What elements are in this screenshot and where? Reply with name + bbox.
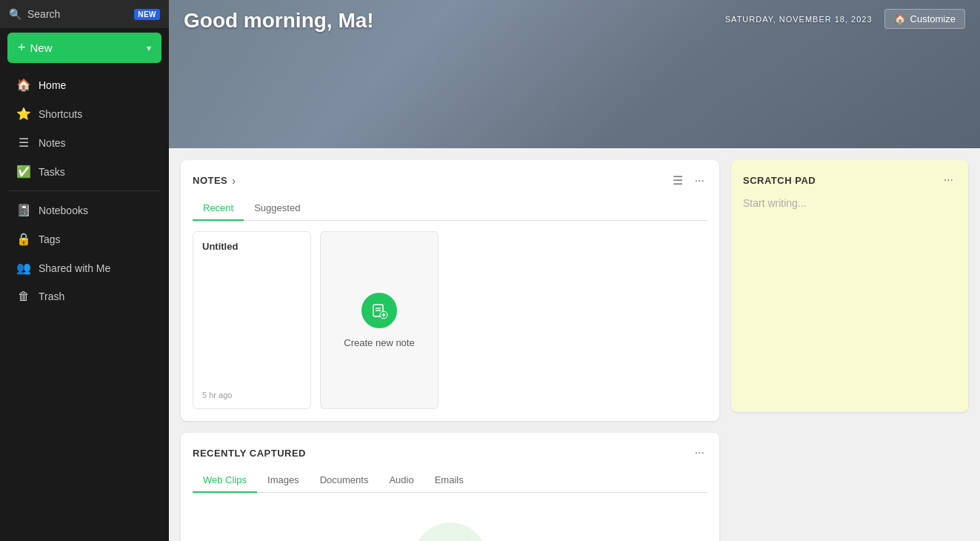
scratch-more-button[interactable]: ··· xyxy=(941,172,956,188)
search-label: Search xyxy=(27,8,128,20)
notes-arrow: › xyxy=(232,175,236,187)
rc-tab-documents[interactable]: Documents xyxy=(310,470,379,493)
customize-label: Customize xyxy=(910,13,956,24)
notes-card-header: NOTES › ☰ ··· xyxy=(193,172,707,189)
notes-icon: ☰ xyxy=(16,136,31,150)
rc-tab-emails[interactable]: Emails xyxy=(424,470,474,493)
search-icon: 🔍 xyxy=(9,8,21,20)
create-note-card[interactable]: Create new note xyxy=(320,231,439,409)
home-icon: 🏠 xyxy=(16,78,31,92)
hero-greeting: Good morning, Ma! xyxy=(184,9,374,33)
sidebar-item-label: Home xyxy=(39,79,66,91)
notes-card: NOTES › ☰ ··· Recent Suggested Untitled xyxy=(181,160,719,421)
chevron-down-icon: ▾ xyxy=(147,43,151,53)
sidebar-item-label: Tasks xyxy=(39,166,65,178)
notes-more-button[interactable]: ··· xyxy=(692,173,707,189)
main-area: Good morning, Ma! SATURDAY, NOVEMBER 18,… xyxy=(169,0,980,541)
sidebar-nav: 🏠 Home ⭐ Shortcuts ☰ Notes ✅ Tasks 📓 Not… xyxy=(0,67,169,313)
create-note-icon xyxy=(361,293,397,328)
rc-tab-images[interactable]: Images xyxy=(257,470,310,493)
sidebar-item-label: Shared with Me xyxy=(39,262,110,274)
sidebar-item-shared-with-me[interactable]: 👥 Shared with Me xyxy=(4,254,164,282)
scratch-pad: SCRATCH PAD ··· Start writing... xyxy=(731,160,968,412)
notes-title: NOTES xyxy=(193,175,227,186)
notes-grid: Untitled 5 hr ago xyxy=(193,231,707,409)
hero-banner: Good morning, Ma! SATURDAY, NOVEMBER 18,… xyxy=(169,0,980,148)
notebooks-icon: 📓 xyxy=(16,203,31,217)
recently-captured-card: RECENTLY CAPTURED ··· Web Clips Images D… xyxy=(181,433,719,541)
search-new-badge: NEW xyxy=(134,9,160,20)
rc-more-button[interactable]: ··· xyxy=(692,445,707,461)
sidebar-item-label: Notebooks xyxy=(39,205,88,216)
scratch-title: SCRATCH PAD xyxy=(743,175,816,186)
notes-list-icon-button[interactable]: ☰ xyxy=(670,172,686,189)
rc-tab-audio[interactable]: Audio xyxy=(379,470,424,493)
shortcuts-icon: ⭐ xyxy=(16,107,31,121)
note-card-untitled[interactable]: Untitled 5 hr ago xyxy=(193,231,311,409)
tab-recent[interactable]: Recent xyxy=(193,198,244,221)
sidebar-item-tags[interactable]: 🔒 Tags xyxy=(4,225,164,253)
sidebar-item-tasks[interactable]: ✅ Tasks xyxy=(4,158,164,185)
new-button[interactable]: + New ▾ xyxy=(7,33,161,63)
new-button-label: New xyxy=(30,42,53,54)
rc-tab-web-clips[interactable]: Web Clips xyxy=(193,470,257,493)
scratch-placeholder[interactable]: Start writing... xyxy=(743,197,956,209)
left-content: NOTES › ☰ ··· Recent Suggested Untitled xyxy=(181,160,719,541)
sidebar-item-home[interactable]: 🏠 Home xyxy=(4,71,164,99)
notes-tabs: Recent Suggested xyxy=(193,198,707,221)
tags-icon: 🔒 xyxy=(16,232,31,246)
hero-right: SATURDAY, NOVEMBER 18, 2023 🏠 Customize xyxy=(725,9,965,29)
create-note-label: Create new note xyxy=(344,337,414,348)
scratch-header: SCRATCH PAD ··· xyxy=(743,172,956,188)
content-area: NOTES › ☰ ··· Recent Suggested Untitled xyxy=(169,148,980,541)
note-title: Untitled xyxy=(202,241,301,252)
sidebar-item-label: Shortcuts xyxy=(39,108,82,120)
trash-icon: 🗑 xyxy=(16,290,31,303)
sidebar: 🔍 Search NEW + New ▾ 🏠 Home ⭐ Shortcuts … xyxy=(0,0,169,541)
hero-date: SATURDAY, NOVEMBER 18, 2023 xyxy=(725,15,873,24)
notes-actions: ☰ ··· xyxy=(670,172,707,189)
plus-icon: + xyxy=(18,40,26,56)
search-bar[interactable]: 🔍 Search NEW xyxy=(0,0,169,28)
sidebar-divider xyxy=(9,190,160,191)
sidebar-item-trash[interactable]: 🗑 Trash xyxy=(4,283,164,310)
sidebar-item-notebooks[interactable]: 📓 Notebooks xyxy=(4,196,164,224)
sidebar-item-label: Tags xyxy=(39,233,61,245)
notes-title-row: NOTES › xyxy=(193,175,236,187)
note-timestamp: 5 hr ago xyxy=(202,391,301,399)
sidebar-item-label: Notes xyxy=(39,137,66,149)
rc-header: RECENTLY CAPTURED ··· xyxy=(193,445,707,461)
sidebar-item-notes[interactable]: ☰ Notes xyxy=(4,129,164,156)
rc-title: RECENTLY CAPTURED xyxy=(193,448,306,459)
shared-icon: 👥 xyxy=(16,261,31,275)
tab-suggested[interactable]: Suggested xyxy=(244,198,310,221)
customize-button[interactable]: 🏠 Customize xyxy=(884,9,965,29)
rc-empty-state: ★ ✂ ✓ Save useful information from the w… xyxy=(193,505,707,541)
rc-tabs: Web Clips Images Documents Audio Emails xyxy=(193,470,707,493)
sidebar-item-label: Trash xyxy=(39,291,64,302)
tasks-icon: ✅ xyxy=(16,165,31,179)
rc-illustration: ★ ✂ ✓ xyxy=(413,522,487,541)
home-customize-icon: 🏠 xyxy=(894,13,906,24)
sidebar-item-shortcuts[interactable]: ⭐ Shortcuts xyxy=(4,100,164,127)
